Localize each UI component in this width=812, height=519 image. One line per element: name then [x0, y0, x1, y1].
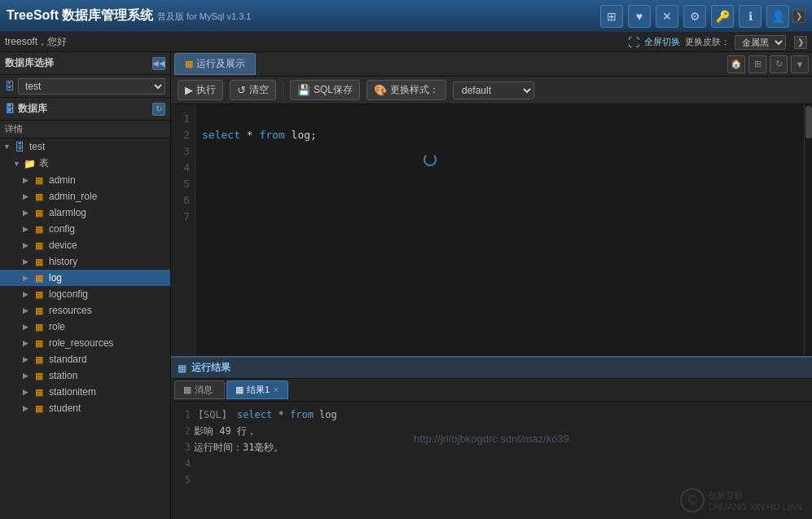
- title-btn-1[interactable]: ⊞: [600, 5, 623, 28]
- results-content: 1 【SQL】 select * from log 2 影响 49 行， 3: [171, 402, 812, 519]
- db-section-title: 🗄 数据库: [5, 102, 47, 116]
- tree-label-device: device: [49, 240, 167, 251]
- results-line-4: 4: [178, 455, 805, 472]
- db-dropdown[interactable]: test: [18, 78, 165, 95]
- tree-node-log[interactable]: ▶ ▦ log: [0, 270, 170, 286]
- sql-editor[interactable]: 1 2 3 4 5 6 7 select * from log;: [171, 104, 812, 356]
- results-area: ▦ 运行结果 http://jrl/ojbkogdrc.sdnt/maz/ko3…: [171, 356, 812, 519]
- tree-arrow-stationitem: ▶: [23, 388, 33, 396]
- tree-label-history: history: [49, 256, 167, 267]
- tree-node-student[interactable]: ▶ ▦ student: [0, 400, 170, 416]
- tree-label-role: role: [49, 321, 167, 332]
- tree-node-history[interactable]: ▶ ▦ history: [0, 253, 170, 270]
- tab-more-btn[interactable]: ▼: [791, 55, 809, 73]
- table-icon-history: ▦: [33, 255, 46, 268]
- title-btn-3[interactable]: ✕: [656, 5, 678, 28]
- results-tabs: ▦ 消息 ▦ 结果1 ✕: [171, 379, 812, 402]
- tree-node-config[interactable]: ▶ ▦ config: [0, 221, 170, 237]
- tree-node-station[interactable]: ▶ ▦ station: [0, 367, 170, 384]
- title-collapse-btn[interactable]: ❯: [792, 10, 805, 23]
- main-tabs-bar: ▦ 运行及展示 🏠 ⊞ ↻ ▼: [171, 52, 812, 77]
- title-btn-2[interactable]: ♥: [628, 5, 651, 28]
- fullscreen-btn[interactable]: 全屏切换: [644, 36, 680, 48]
- menubar-collapse-btn[interactable]: ❯: [794, 36, 807, 49]
- tree-node-test[interactable]: ▼ 🗄 test: [0, 139, 170, 155]
- tree-area[interactable]: ▼ 🗄 test ▼ 📁 表 ▶ ▦ admin ▶ ▦ admin_role: [0, 139, 170, 519]
- tab-home-btn[interactable]: 🏠: [727, 55, 745, 73]
- result-icon-messages: ▦: [183, 385, 191, 395]
- tree-node-role-resources[interactable]: ▶ ▦ role_resources: [0, 335, 170, 351]
- tree-arrow-role: ▶: [23, 323, 33, 331]
- db-section-label: 数据库: [18, 102, 47, 116]
- app-title-text: TreeSoft 数据库管理系统: [7, 8, 153, 22]
- tree-label-standard: standard: [49, 354, 167, 365]
- toolbar-sep-1: [283, 82, 283, 99]
- table-icon-station: ▦: [33, 369, 46, 382]
- results-title: 运行结果: [191, 361, 230, 375]
- tree-node-device[interactable]: ▶ ▦ device: [0, 237, 170, 253]
- tree-node-logconfig[interactable]: ▶ ▦ logconfig: [0, 286, 170, 302]
- change-style-label: 更换样式：: [390, 83, 439, 97]
- execute-icon: ▶: [185, 84, 193, 96]
- tree-label-tables: 表: [39, 156, 167, 170]
- title-btn-key[interactable]: 🔑: [711, 5, 734, 28]
- results-line-1: 1 【SQL】 select * from log: [178, 407, 805, 423]
- sql-line-1: [202, 111, 797, 127]
- table-icon-config: ▦: [33, 222, 46, 235]
- sql-middle-text: *: [279, 409, 290, 420]
- db-selector-row: 🗄 test: [0, 75, 170, 98]
- db-refresh-btn[interactable]: ↻: [152, 103, 165, 116]
- clear-icon: ↺: [237, 84, 246, 96]
- table-icon-admin-role: ▦: [33, 190, 46, 203]
- tab-run-display[interactable]: ▦ 运行及展示: [174, 53, 256, 75]
- title-btn-help[interactable]: ℹ: [739, 5, 762, 28]
- title-bar: TreeSoft 数据库管理系统 普及版 for MySql v1.3.1 ⊞ …: [0, 0, 812, 33]
- change-style-btn[interactable]: 🎨 更换样式：: [366, 80, 446, 100]
- tree-label-role-resources: role_resources: [49, 337, 167, 349]
- sql-content[interactable]: select * from log;: [195, 104, 804, 356]
- db-section-icon: 🗄: [5, 103, 15, 115]
- line-num-7: 7: [171, 209, 195, 225]
- execute-btn[interactable]: ▶ 执行: [178, 80, 223, 100]
- tree-node-standard[interactable]: ▶ ▦ standard: [0, 351, 170, 367]
- line-num-6: 6: [171, 192, 195, 209]
- tree-node-resources[interactable]: ▶ ▦ resources: [0, 302, 170, 319]
- result1-close-icon[interactable]: ✕: [273, 385, 279, 394]
- db-selector-title: 数据库选择: [5, 56, 54, 70]
- tab-grid-btn[interactable]: ⊞: [748, 55, 766, 73]
- tree-node-tables[interactable]: ▼ 📁 表: [0, 155, 170, 172]
- style-icon: 🎨: [374, 84, 387, 96]
- tab-refresh-btn[interactable]: ↻: [770, 55, 788, 73]
- title-btn-tools[interactable]: ⚙: [683, 5, 706, 28]
- result-tab-messages[interactable]: ▦ 消息: [174, 380, 225, 399]
- style-select[interactable]: default eclipse monokai: [453, 81, 534, 99]
- line-num-1: 1: [171, 111, 195, 127]
- tree-label-admin: admin: [49, 174, 167, 186]
- db-selector-icon: 🗄: [5, 81, 15, 92]
- results-text-3: 运行时间：31毫秒。: [194, 439, 283, 455]
- tree-arrow-standard: ▶: [23, 355, 33, 363]
- sidebar-collapse-btn[interactable]: ◀◀: [152, 57, 165, 70]
- tree-label-stationitem: stationitem: [49, 386, 167, 398]
- tree-node-role[interactable]: ▶ ▦ role: [0, 319, 170, 335]
- table-icon-admin: ▦: [33, 174, 46, 187]
- title-btn-user[interactable]: 👤: [766, 5, 789, 28]
- skin-select[interactable]: 金属黑 经典蓝 深邃黑: [735, 35, 786, 50]
- tree-label-logconfig: logconfig: [49, 288, 167, 300]
- clear-btn[interactable]: ↺ 清空: [230, 80, 276, 100]
- tree-node-alarmlog[interactable]: ▶ ▦ alarmlog: [0, 205, 170, 221]
- detail-header: 详情: [0, 121, 170, 139]
- folder-icon-tables: 📁: [23, 157, 36, 170]
- editor-scrollbar[interactable]: [804, 104, 812, 356]
- tree-label-config: config: [49, 223, 167, 235]
- tree-node-admin[interactable]: ▶ ▦ admin: [0, 172, 170, 188]
- line-num-4: 4: [171, 160, 195, 176]
- table-icon-role: ▦: [33, 320, 46, 333]
- tree-node-stationitem[interactable]: ▶ ▦ stationitem: [0, 384, 170, 400]
- content-area: ▦ 运行及展示 🏠 ⊞ ↻ ▼ ▶ 执行 ↺ 清空 💾 SQL: [171, 52, 812, 519]
- result-tab-result1[interactable]: ▦ 结果1 ✕: [226, 380, 288, 399]
- tree-node-admin-role[interactable]: ▶ ▦ admin_role: [0, 188, 170, 205]
- sql-line-2: select * from log;: [202, 127, 797, 143]
- save-sql-btn[interactable]: 💾 SQL保存: [290, 80, 360, 100]
- table-icon-log: ▦: [33, 271, 46, 284]
